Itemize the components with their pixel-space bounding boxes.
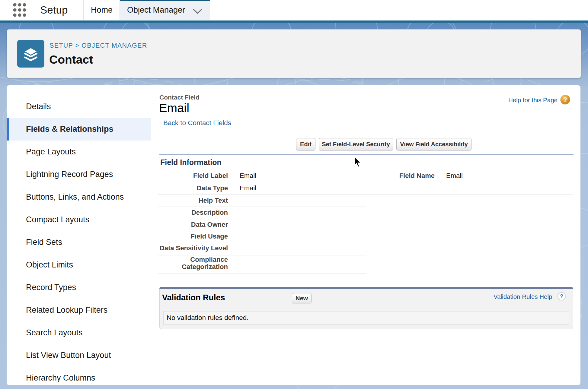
svg-text:?: ? — [563, 96, 567, 103]
svg-text:?: ? — [560, 293, 564, 299]
